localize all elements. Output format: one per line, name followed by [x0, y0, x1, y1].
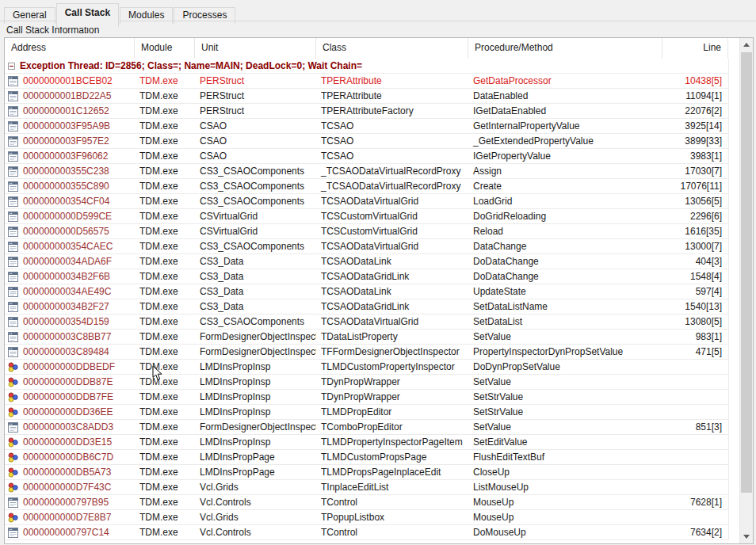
stack-row[interactable]: 0000000001BD22A5TDM.exePERStructTPERAttr… [5, 89, 729, 104]
module-cell: TDM.exe [135, 224, 195, 238]
stack-row[interactable]: 000000000354D159TDM.exeCS3_CSAOComponent… [5, 314, 729, 330]
column-header-line[interactable]: Line [662, 38, 728, 59]
class-cell: TLMDPropsPageInplaceEdit [316, 465, 468, 479]
address-value: 0000000000D56575 [23, 224, 109, 238]
stack-row[interactable]: 0000000000D599CETDM.exeCSVirtualGridTCSC… [5, 209, 729, 224]
column-header-unit[interactable]: Unit [195, 38, 316, 59]
tab-general[interactable]: General [4, 7, 55, 24]
unit-cell: LMDInsPropInsp [195, 360, 316, 374]
form-icon [8, 257, 18, 267]
module-cell: TDM.exe [135, 104, 195, 118]
procedure-cell: Reload [468, 224, 662, 238]
line-cell [662, 510, 728, 524]
stack-row[interactable]: 0000000003F96062TDM.exeCSAOTCSAOIGetProp… [5, 149, 729, 164]
stack-row[interactable]: 00000000034ADA6FTDM.exeCS3_DataTCSAOData… [5, 254, 729, 269]
stack-row[interactable]: 0000000000D7F43CTDM.exeVcl.GridsTInplace… [5, 480, 729, 495]
stack-row[interactable]: 0000000003C8BB77TDM.exeFormDesignerObjec… [5, 330, 729, 345]
thread-group-row[interactable]: Exception Thread: ID=2856; Class=; Name=… [5, 59, 729, 74]
stack-row[interactable]: 00000000034AE49CTDM.exeCS3_DataTCSAOData… [5, 284, 729, 299]
line-cell: 7634[2] [662, 525, 728, 539]
address-value: 0000000000DB6C7D [23, 450, 113, 464]
stack-row[interactable]: 0000000003F95A9BTDM.exeCSAOTCSAOGetInter… [5, 119, 729, 134]
stack-row[interactable]: 0000000000DDB7FETDM.exeLMDInsPropInspTDy… [5, 390, 729, 405]
class-cell: TCSAO [316, 119, 468, 133]
scroll-up-arrow-icon[interactable] [740, 38, 753, 51]
module-cell: TDM.exe [135, 239, 195, 253]
stack-row[interactable]: 0000000000797B95TDM.exeVcl.ControlsTCont… [5, 495, 729, 510]
unit-cell: CSVirtualGrid [195, 209, 316, 223]
module-cell: TDM.exe [135, 465, 195, 479]
stack-row[interactable]: 00000000034B2F6BTDM.exeCS3_DataTCSAOData… [5, 269, 729, 284]
package-icon [8, 362, 18, 372]
module-cell: TDM.exe [135, 194, 195, 208]
unit-cell: CSVirtualGrid [195, 224, 316, 238]
address-value: 0000000003C8ADD3 [23, 420, 113, 434]
module-cell: TDM.exe [135, 495, 195, 509]
stack-row[interactable]: 00000000034B2F27TDM.exeCS3_DataTCSAOData… [5, 299, 729, 314]
stack-row[interactable]: 0000000000DDB87ETDM.exeLMDInsPropInspTDy… [5, 375, 729, 390]
stack-row[interactable]: 0000000000DB6C7DTDM.exeLMDInsPropPageTLM… [5, 450, 729, 465]
form-icon [8, 528, 18, 538]
module-cell: TDM.exe [135, 299, 195, 314]
tab-processes[interactable]: Processes [174, 7, 235, 24]
vertical-scrollbar[interactable] [739, 38, 753, 543]
line-cell: 3925[14] [662, 119, 728, 133]
column-header-address[interactable]: Address [5, 38, 135, 59]
column-header-procedure[interactable]: Procedure/Method [468, 38, 662, 59]
column-header-class[interactable]: Class [316, 38, 468, 59]
address-value: 0000000000DDB7FE [23, 390, 113, 404]
stack-row[interactable]: 0000000003C89484TDM.exeFormDesignerObjec… [5, 345, 729, 360]
module-cell: TDM.exe [135, 74, 195, 88]
address-value: 00000000034ADA6F [23, 254, 112, 269]
class-cell: TCSAO [316, 149, 468, 163]
procedure-cell: Assign [468, 164, 662, 178]
module-cell: TDM.exe [135, 179, 195, 193]
stack-row[interactable]: 0000000003F957E2TDM.exeCSAOTCSAO_GetExte… [5, 134, 729, 149]
unit-cell: LMDInsPropInsp [195, 405, 316, 419]
stack-row[interactable]: 0000000000DD36EETDM.exeLMDInsPropInspTLM… [5, 405, 729, 420]
collapse-minus-icon[interactable] [8, 63, 15, 70]
procedure-cell: MouseUp [468, 495, 662, 509]
address-value: 0000000000DDBEDF [23, 360, 115, 374]
stack-row[interactable]: 000000000354CAECTDM.exeCS3_CSAOComponent… [5, 239, 729, 254]
stack-row[interactable]: 0000000000797C14TDM.exeVcl.ControlsTCont… [5, 525, 729, 540]
class-cell: _TCSAODataVirtualRecordProxy [316, 179, 468, 193]
address-cell: 0000000000DB6C7D [5, 450, 135, 464]
stack-row[interactable]: 0000000000DB5A73TDM.exeLMDInsPropPageTLM… [5, 465, 729, 480]
class-cell: TCSAODataLink [316, 284, 468, 299]
procedure-cell: DoDataChange [468, 269, 662, 284]
tab-modules[interactable]: Modules [120, 7, 173, 24]
class-cell: TDynPropWrapper [316, 375, 468, 389]
address-value: 000000000354CAEC [23, 239, 113, 253]
stack-row[interactable]: 0000000003C8ADD3TDM.exeFormDesignerObjec… [5, 420, 729, 435]
unit-cell: PERStruct [195, 104, 316, 118]
module-cell: TDM.exe [135, 360, 195, 374]
stack-row[interactable]: 0000000001C12652TDM.exePERStructTPERAttr… [5, 104, 729, 119]
stack-row[interactable]: 0000000000D7E8B7TDM.exeVcl.GridsTPopupLi… [5, 510, 729, 525]
address-value: 00000000034B2F6B [23, 269, 110, 284]
procedure-cell: DataEnabled [468, 89, 662, 103]
scrollbar-thumb[interactable] [741, 52, 752, 493]
unit-cell: PERStruct [195, 74, 316, 88]
stack-row[interactable]: 0000000001BCEB02TDM.exePERStructTPERAttr… [5, 74, 729, 89]
column-header-module[interactable]: Module [135, 38, 195, 59]
module-cell: TDM.exe [135, 480, 195, 494]
stack-row[interactable]: 000000000355C238TDM.exeCS3_CSAOComponent… [5, 164, 729, 179]
unit-cell: CSAO [195, 149, 316, 163]
class-cell: TDataListProperty [316, 330, 468, 344]
class-cell: TControl [316, 495, 468, 509]
unit-cell: CS3_Data [195, 269, 316, 284]
procedure-cell: IGetDataEnabled [468, 104, 662, 118]
unit-cell: Vcl.Grids [195, 510, 316, 524]
stack-row[interactable]: 000000000355C890TDM.exeCS3_CSAOComponent… [5, 179, 729, 194]
stack-row[interactable]: 0000000000D56575TDM.exeCSVirtualGridTCSC… [5, 224, 729, 239]
tab-call-stack[interactable]: Call Stack [56, 3, 119, 27]
stack-row[interactable]: 0000000000DDBEDFTDM.exeLMDInsPropInspTLM… [5, 360, 729, 375]
stack-row[interactable]: 0000000000DD3E15TDM.exeLMDInsPropInspTLM… [5, 435, 729, 450]
line-cell [662, 405, 728, 419]
address-cell: 000000000354CAEC [5, 239, 135, 253]
scroll-down-arrow-icon[interactable] [740, 530, 753, 543]
callstack-table-body: Exception Thread: ID=2856; Class=; Name=… [5, 59, 739, 543]
unit-cell: Vcl.Grids [195, 480, 316, 494]
stack-row[interactable]: 000000000354CF04TDM.exeCS3_CSAOComponent… [5, 194, 729, 209]
